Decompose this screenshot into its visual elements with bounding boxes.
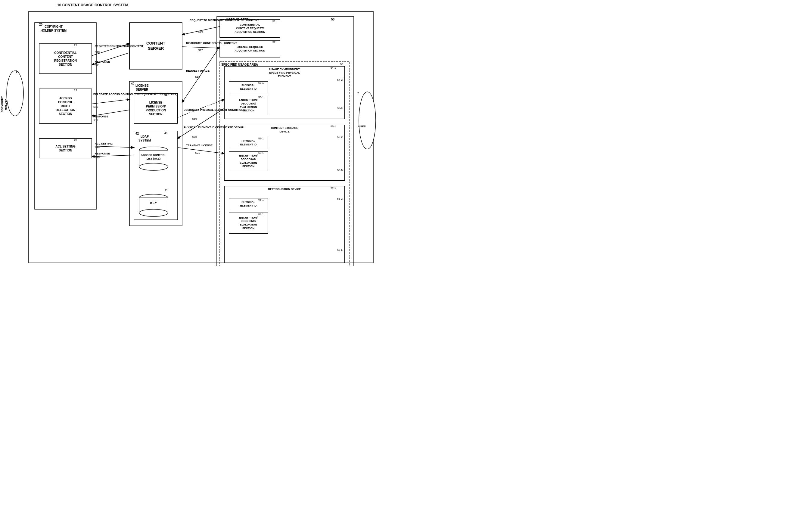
access-control-num: 22 (74, 89, 77, 92)
license-permission-section: LICENSE PERMISSION/ PRODUCTION SECTION (134, 93, 178, 124)
enc-dec-54-num: 58-1 (258, 96, 264, 99)
usage-env-numN: 54-N (337, 107, 343, 111)
label-response-s13: RESPONSE (93, 115, 108, 119)
copyright-holder-label: COPYRIGHT HOLDER (1, 96, 7, 113)
license-server-num: 40 (131, 82, 134, 86)
specified-usage-num: 53 (340, 63, 343, 66)
content-storage-numM: 55-M (337, 169, 343, 172)
label-s12: S12 (93, 106, 98, 109)
svg-point-36 (139, 163, 168, 170)
physical-id-55-num: 59-1 (258, 137, 264, 140)
user-system-num: 50 (331, 17, 335, 21)
svg-line-29 (182, 47, 220, 48)
user-ellipse (358, 90, 376, 151)
label-s14: S14 (95, 146, 100, 149)
reproduction-device-num2: 56-2 (337, 197, 343, 201)
enc-dec-55-num: 60-1 (258, 151, 264, 155)
reproduction-device-numL: 56-L (337, 248, 343, 252)
acl-setting-section: ACL SETTING SECTION (39, 138, 92, 158)
diagram: 10 CONTENT USAGE CONTROL SYSTEM 20 COPYR… (0, 0, 400, 266)
reproduction-device-num1: 56-1 (330, 186, 336, 190)
user-num: 2 (357, 91, 359, 95)
label-register-confidential: REGISTER CONFIDENTIAL CONTENT (95, 44, 143, 48)
label-response-s15: RESPONSE (95, 152, 110, 156)
label-physical-cert: PHYSICAL ELEMENT ID CERTIFICATE GROUP (184, 126, 244, 130)
content-server-label: CONTENT SERVER (146, 41, 165, 51)
label-s15: S15 (95, 156, 100, 159)
content-storage-num2: 55-2 (337, 135, 343, 139)
confidential-reg-section: CONFIDENTIAL CONTENT REGISTRATION SECTIO… (39, 44, 92, 74)
license-request-num: 52 (272, 41, 275, 44)
confidential-request-num: 51 (272, 20, 275, 23)
usage-env-label: USAGE ENVIRONMENT SPECIFYING PHYSICAL EL… (269, 68, 300, 78)
label-request-usage: REQUEST USAGE (186, 69, 210, 73)
label-s13: S13 (93, 119, 98, 122)
key-cylinder (138, 194, 169, 217)
svg-point-41 (359, 92, 376, 149)
label-transmit-license: TRANSMIT LICENSE (186, 144, 212, 148)
label-s18: S18 (195, 75, 200, 79)
license-request-label: LICENSE REQUEST/ ACQUISITION SECTION (234, 45, 265, 52)
copyright-holder-ellipse (6, 69, 24, 117)
content-storage-num1: 55-1 (330, 125, 336, 129)
svg-line-30 (182, 47, 220, 102)
label-acl-setting: ACL SETTING (95, 142, 113, 146)
confidential-reg-label: CONFIDENTIAL CONTENT REGISTRATION SECTIO… (54, 51, 77, 66)
access-control-delegation: ACCESS CONTROL RIGHT DELEGATION SECTION (39, 89, 92, 124)
acl-label: ACCESS CONTROL LIST (ACL) (139, 154, 168, 160)
svg-point-39 (139, 209, 168, 216)
label-s16: S16 (198, 30, 203, 34)
usage-env-num1: 54-1 (330, 66, 336, 70)
access-control-label: ACCESS CONTROL RIGHT DELEGATION SECTION (56, 96, 75, 116)
label-s17: S17 (198, 49, 203, 52)
label-s21: S21 (195, 151, 200, 155)
label-s11: S11 (95, 64, 100, 68)
ldap-label: LDAPSYSTEM (138, 135, 151, 142)
label-response-s11: RESPONSE (95, 60, 110, 64)
confidential-request-label: CONFIDENTIAL CONTENT REQUEST/ ACQUISITIO… (234, 23, 265, 34)
copyright-system-label: COPYRIGHTHOLDER SYSTEM (41, 25, 66, 33)
confidential-reg-num: 21 (74, 44, 77, 47)
copyright-holder-num: 1 (16, 70, 17, 74)
label-designate-physical: DESIGNATE PHYSICAL ELEMENT CONDITIONS (184, 108, 245, 112)
physical-id-56-num: 61-1 (258, 198, 264, 202)
content-storage-label: CONTENT STORAGE DEVICE (271, 127, 298, 133)
key-num: 44 (164, 188, 167, 192)
confidential-request-section: CONFIDENTIAL CONTENT REQUEST/ ACQUISITIO… (220, 20, 280, 38)
license-server-title: LICENSESERVER (135, 84, 148, 92)
svg-line-32 (178, 108, 224, 138)
svg-line-24 (92, 99, 130, 104)
enc-dec-56-num: 62-1 (258, 212, 264, 216)
label-s19: S19 (192, 117, 197, 121)
system-title: 10 CONTENT USAGE CONTROL SYSTEM (57, 3, 128, 8)
key-label: KEY (139, 201, 168, 205)
svg-line-33 (178, 148, 224, 154)
label-delegate: DELEGATE ACCESS CONTROL RIGHT (CONTENT D… (93, 93, 177, 96)
user-label: USER (354, 125, 370, 129)
license-permission-label: LICENSE PERMISSION/ PRODUCTION SECTION (146, 100, 166, 116)
acl-setting-num: 23 (74, 138, 77, 142)
acl-num: 43 (164, 132, 167, 135)
acl-setting-label: ACL SETTING SECTION (55, 145, 75, 152)
label-s10: S10 (95, 51, 100, 54)
reproduction-device-label: REPRODUCTION DEVICE (268, 188, 301, 191)
label-distribute: DISTRIBUTE CONFIDENTIAL CONTENT (186, 41, 237, 45)
svg-point-40 (7, 71, 23, 116)
label-request-distribute: REQUEST TO DISTRIBUTE CONFIDENTIAL CONTE… (190, 19, 259, 22)
usage-env-num2: 54-2 (337, 78, 343, 82)
physical-id-54-num: 57-1 (258, 81, 264, 85)
label-s20: S20 (192, 135, 197, 139)
